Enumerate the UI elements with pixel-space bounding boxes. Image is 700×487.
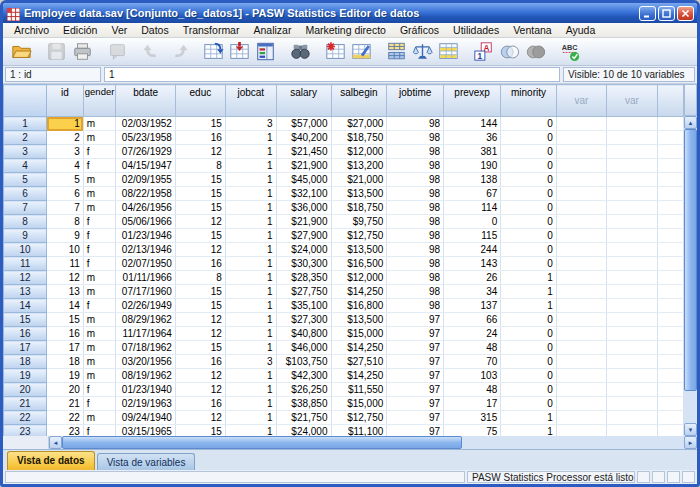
cell-jobcat-14[interactable]: 1 [225, 299, 276, 313]
cell-var1-5[interactable] [556, 173, 606, 187]
column-header-bdate[interactable]: bdate [116, 85, 176, 117]
cell-prevexp-21[interactable]: 17 [444, 397, 501, 411]
cell-educ-5[interactable]: 15 [175, 173, 225, 187]
cell-id-10[interactable]: 10 [47, 243, 84, 257]
cell-prevexp-22[interactable]: 315 [444, 411, 501, 425]
show-all-variables-button[interactable] [522, 40, 548, 64]
menu-utilidades[interactable]: Utilidades [446, 23, 506, 38]
cell-prevexp-9[interactable]: 115 [444, 229, 501, 243]
cell-salbegin-3[interactable]: $12,000 [331, 145, 387, 159]
cell-prevexp-16[interactable]: 24 [444, 327, 501, 341]
cell-gender-14[interactable]: f [83, 299, 116, 313]
cell-salbegin-17[interactable]: $14,250 [331, 341, 387, 355]
cell-var1-23[interactable] [556, 425, 606, 437]
cell-jobcat-9[interactable]: 1 [225, 229, 276, 243]
cell-salbegin-21[interactable]: $15,000 [331, 397, 387, 411]
cell-var1-8[interactable] [556, 215, 606, 229]
cell-salary-13[interactable]: $27,750 [276, 285, 331, 299]
cell-minority-15[interactable]: 0 [501, 313, 556, 327]
cell-var2-18[interactable] [607, 355, 657, 369]
cell-id-12[interactable]: 12 [47, 271, 84, 285]
cell-prevexp-1[interactable]: 144 [444, 117, 501, 131]
cell-var2-1[interactable] [607, 117, 657, 131]
cell-bdate-3[interactable]: 07/26/1929 [116, 145, 176, 159]
cell-id-19[interactable]: 19 [47, 369, 84, 383]
row-header[interactable]: 11 [4, 257, 47, 271]
cell-salbegin-6[interactable]: $13,500 [331, 187, 387, 201]
cell-bdate-23[interactable]: 03/15/1965 [116, 425, 176, 437]
cell-educ-11[interactable]: 16 [175, 257, 225, 271]
row-header[interactable]: 10 [4, 243, 47, 257]
cell-var2-10[interactable] [607, 243, 657, 257]
cell-id-22[interactable]: 22 [47, 411, 84, 425]
cell-jobcat-12[interactable]: 1 [225, 271, 276, 285]
horizontal-scroll-track[interactable] [462, 436, 684, 449]
scroll-up-button[interactable]: ▲ [684, 116, 697, 129]
row-header[interactable]: 17 [4, 341, 47, 355]
cell-jobtime-20[interactable]: 97 [387, 383, 444, 397]
cell-jobtime-19[interactable]: 97 [387, 369, 444, 383]
cell-jobcat-6[interactable]: 1 [225, 187, 276, 201]
cell-var1-21[interactable] [556, 397, 606, 411]
menu-transformar[interactable]: Transformar [176, 23, 247, 38]
row-header[interactable]: 15 [4, 313, 47, 327]
cell-salary-12[interactable]: $28,350 [276, 271, 331, 285]
cell-minority-8[interactable]: 0 [501, 215, 556, 229]
cell-jobcat-11[interactable]: 1 [225, 257, 276, 271]
cell-var2-11[interactable] [607, 257, 657, 271]
cell-var2-14[interactable] [607, 299, 657, 313]
cell-educ-15[interactable]: 12 [175, 313, 225, 327]
vertical-scroll-track[interactable] [684, 391, 697, 423]
cell-var1-6[interactable] [556, 187, 606, 201]
cell-minority-2[interactable]: 0 [501, 131, 556, 145]
cell-salary-20[interactable]: $26,250 [276, 383, 331, 397]
row-header[interactable]: 7 [4, 201, 47, 215]
cell-prevexp-6[interactable]: 67 [444, 187, 501, 201]
cell-bdate-15[interactable]: 08/29/1962 [116, 313, 176, 327]
cell-prevexp-20[interactable]: 48 [444, 383, 501, 397]
cell-bdate-19[interactable]: 08/19/1962 [116, 369, 176, 383]
cell-salbegin-5[interactable]: $21,000 [331, 173, 387, 187]
cell-jobtime-9[interactable]: 98 [387, 229, 444, 243]
row-header[interactable]: 19 [4, 369, 47, 383]
cell-id-18[interactable]: 18 [47, 355, 84, 369]
go-to-case-button[interactable] [200, 40, 226, 64]
column-header-minority[interactable]: minority [501, 85, 556, 117]
cell-educ-19[interactable]: 12 [175, 369, 225, 383]
cell-var1-2[interactable] [556, 131, 606, 145]
cell-educ-18[interactable]: 16 [175, 355, 225, 369]
cell-var1-10[interactable] [556, 243, 606, 257]
column-header-var2[interactable]: var [607, 85, 657, 117]
go-to-variable-button[interactable] [226, 40, 252, 64]
cell-salary-18[interactable]: $103,750 [276, 355, 331, 369]
cell-minority-18[interactable]: 0 [501, 355, 556, 369]
cell-jobcat-18[interactable]: 3 [225, 355, 276, 369]
cell-jobcat-17[interactable]: 1 [225, 341, 276, 355]
cell-var2-12[interactable] [607, 271, 657, 285]
cell-salary-21[interactable]: $38,850 [276, 397, 331, 411]
cell-var2-6[interactable] [607, 187, 657, 201]
cell-jobcat-5[interactable]: 1 [225, 173, 276, 187]
horizontal-scrollbar[interactable]: ◄ ► [3, 436, 697, 449]
cell-var2-17[interactable] [607, 341, 657, 355]
cell-var1-13[interactable] [556, 285, 606, 299]
cell-prevexp-10[interactable]: 244 [444, 243, 501, 257]
split-file-button[interactable] [383, 40, 409, 64]
cell-prevexp-3[interactable]: 381 [444, 145, 501, 159]
undo-button[interactable] [139, 40, 165, 64]
horizontal-scroll-thumb[interactable] [62, 436, 462, 449]
row-header[interactable]: 2 [4, 131, 47, 145]
cell-salary-19[interactable]: $42,300 [276, 369, 331, 383]
cell-gender-5[interactable]: m [83, 173, 116, 187]
cell-jobtime-14[interactable]: 98 [387, 299, 444, 313]
cell-salary-3[interactable]: $21,450 [276, 145, 331, 159]
cell-prevexp-13[interactable]: 34 [444, 285, 501, 299]
cell-salary-9[interactable]: $27,900 [276, 229, 331, 243]
tab-data-view[interactable]: Vista de datos [7, 451, 95, 470]
cell-var2-21[interactable] [607, 397, 657, 411]
cell-bdate-14[interactable]: 02/26/1949 [116, 299, 176, 313]
close-button[interactable] [677, 6, 694, 21]
menu-ventana[interactable]: Ventana [506, 23, 559, 38]
cell-educ-2[interactable]: 16 [175, 131, 225, 145]
cell-jobtime-4[interactable]: 98 [387, 159, 444, 173]
